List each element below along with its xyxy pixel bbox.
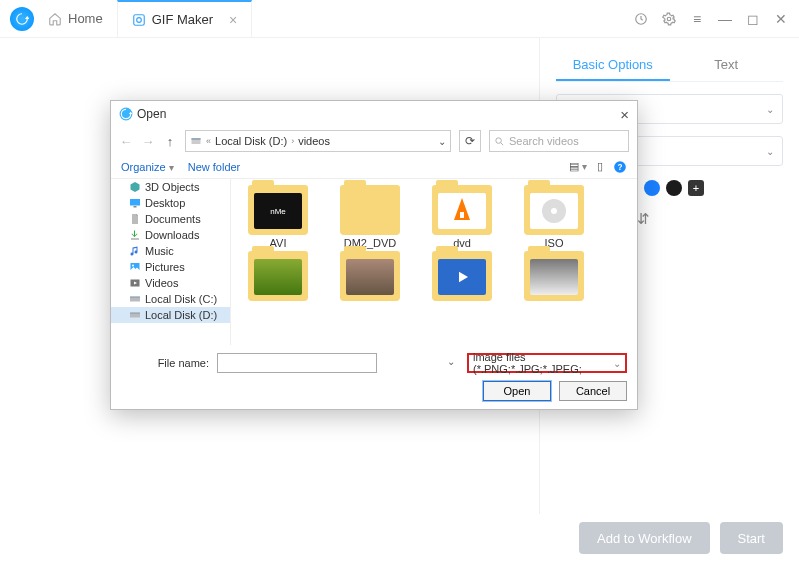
tree-item-disk-d[interactable]: Local Disk (D:) bbox=[111, 307, 230, 323]
search-input[interactable]: Search videos bbox=[489, 130, 629, 152]
folder-dvd[interactable]: dvd bbox=[419, 185, 505, 249]
file-type-select[interactable]: image files (*.PNG;*.JPG;*.JPEG; ⌄ bbox=[467, 353, 627, 373]
chevron-down-icon: ⌄ bbox=[766, 146, 774, 157]
folder-avi[interactable]: nMeAVI bbox=[235, 185, 321, 249]
nav-back-icon[interactable]: ← bbox=[119, 134, 133, 149]
folder-tree: 3D Objects Desktop Documents Downloads M… bbox=[111, 179, 231, 345]
tree-item-3d-objects[interactable]: 3D Objects bbox=[111, 179, 230, 195]
tab-home-label: Home bbox=[68, 11, 103, 26]
svg-text:?: ? bbox=[618, 162, 623, 171]
nav-forward-icon[interactable]: → bbox=[141, 134, 155, 149]
open-file-dialog: Open × ← → ↑ « Local Disk (D:) › videos … bbox=[110, 100, 638, 410]
svg-rect-10 bbox=[130, 199, 140, 206]
start-button[interactable]: Start bbox=[720, 522, 783, 554]
tree-item-downloads[interactable]: Downloads bbox=[111, 227, 230, 243]
svg-point-22 bbox=[551, 208, 557, 214]
tree-item-desktop[interactable]: Desktop bbox=[111, 195, 230, 211]
svg-rect-17 bbox=[130, 297, 140, 299]
close-tab-icon[interactable]: × bbox=[229, 12, 237, 28]
svg-rect-6 bbox=[192, 138, 201, 140]
svg-point-14 bbox=[132, 265, 134, 267]
folder-item[interactable] bbox=[511, 251, 597, 303]
view-mode-icon[interactable]: ▤ ▾ bbox=[569, 160, 587, 173]
maximize-icon[interactable]: ◻ bbox=[745, 11, 761, 27]
file-grid: nMeAVI DM2_DVD dvd ISO bbox=[231, 179, 637, 345]
app-icon bbox=[119, 107, 133, 121]
file-name-label: File name: bbox=[121, 357, 209, 369]
search-placeholder: Search videos bbox=[509, 135, 579, 147]
svg-rect-12 bbox=[131, 239, 139, 240]
disk-icon bbox=[190, 135, 202, 147]
add-color-button[interactable]: + bbox=[688, 180, 704, 196]
close-window-icon[interactable]: ✕ bbox=[773, 11, 789, 27]
tab-basic-options[interactable]: Basic Options bbox=[556, 48, 670, 81]
breadcrumb-sep: « bbox=[206, 136, 211, 146]
folder-dm2-dvd[interactable]: DM2_DVD bbox=[327, 185, 413, 249]
svg-point-7 bbox=[496, 137, 502, 143]
dialog-title: Open bbox=[137, 107, 166, 121]
folder-item[interactable] bbox=[327, 251, 413, 303]
svg-rect-20 bbox=[460, 212, 464, 218]
history-icon[interactable] bbox=[633, 11, 649, 27]
tab-gifmaker-label: GIF Maker bbox=[152, 12, 213, 27]
color-swatch-blue[interactable] bbox=[644, 180, 660, 196]
dialog-close-icon[interactable]: × bbox=[620, 106, 629, 123]
breadcrumb-folder[interactable]: videos bbox=[298, 135, 330, 147]
chevron-down-icon: ⌄ bbox=[613, 358, 621, 369]
search-icon bbox=[494, 136, 505, 147]
add-to-workflow-button[interactable]: Add to Workflow bbox=[579, 522, 709, 554]
tree-item-pictures[interactable]: Pictures bbox=[111, 259, 230, 275]
chevron-right-icon: › bbox=[291, 136, 294, 146]
tree-item-videos[interactable]: Videos bbox=[111, 275, 230, 291]
organize-menu[interactable]: Organize ▾ bbox=[121, 161, 174, 173]
cancel-button[interactable]: Cancel bbox=[559, 381, 627, 401]
minimize-icon[interactable]: — bbox=[717, 11, 733, 27]
address-dropdown-icon[interactable]: ⌄ bbox=[438, 136, 446, 147]
folder-item[interactable] bbox=[419, 251, 505, 303]
folder-iso[interactable]: ISO bbox=[511, 185, 597, 249]
new-folder-button[interactable]: New folder bbox=[188, 161, 241, 173]
tree-item-documents[interactable]: Documents bbox=[111, 211, 230, 227]
folder-item[interactable] bbox=[235, 251, 321, 303]
color-swatch-black[interactable] bbox=[666, 180, 682, 196]
nav-up-icon[interactable]: ↑ bbox=[163, 134, 177, 149]
svg-point-1 bbox=[136, 17, 141, 22]
tab-home[interactable]: Home bbox=[34, 0, 117, 37]
svg-rect-0 bbox=[133, 14, 144, 25]
gear-icon[interactable] bbox=[661, 11, 677, 27]
svg-rect-19 bbox=[130, 313, 140, 315]
address-bar[interactable]: « Local Disk (D:) › videos ⌄ bbox=[185, 130, 451, 152]
tab-gif-maker[interactable]: GIF Maker × bbox=[117, 0, 253, 37]
flip-vertical-icon[interactable]: ⇵ bbox=[637, 210, 650, 228]
chevron-down-icon: ⌄ bbox=[766, 104, 774, 115]
file-name-input[interactable] bbox=[217, 353, 377, 373]
file-type-value: image files (*.PNG;*.JPG;*.JPEG; bbox=[473, 351, 613, 375]
file-name-dropdown-icon[interactable]: ⌄ bbox=[447, 356, 455, 367]
preview-pane-icon[interactable]: ▯ bbox=[597, 160, 603, 173]
svg-point-3 bbox=[667, 17, 671, 21]
tab-text[interactable]: Text bbox=[670, 48, 784, 81]
tree-item-disk-c[interactable]: Local Disk (C:) bbox=[111, 291, 230, 307]
menu-icon[interactable]: ≡ bbox=[689, 11, 705, 27]
app-logo bbox=[10, 7, 34, 31]
open-button[interactable]: Open bbox=[483, 381, 551, 401]
svg-rect-11 bbox=[134, 206, 137, 208]
breadcrumb-disk[interactable]: Local Disk (D:) bbox=[215, 135, 287, 147]
help-icon[interactable]: ? bbox=[613, 160, 627, 174]
tree-item-music[interactable]: Music bbox=[111, 243, 230, 259]
refresh-icon[interactable]: ⟳ bbox=[459, 130, 481, 152]
